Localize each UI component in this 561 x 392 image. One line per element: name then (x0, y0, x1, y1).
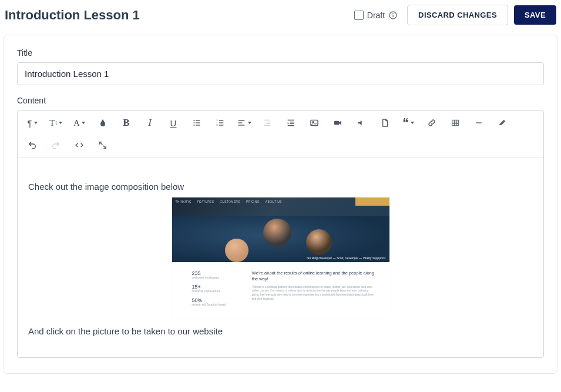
editor-content-area[interactable]: Check out the image composition below TH… (18, 158, 543, 357)
font-a-icon: A (73, 118, 80, 128)
svg-rect-4 (196, 120, 200, 120)
eraser-button[interactable] (491, 113, 513, 133)
align-icon (237, 118, 246, 128)
page-title: Introduction Lesson 1 (5, 8, 354, 23)
svg-text:3: 3 (216, 123, 218, 126)
svg-rect-29 (452, 120, 459, 125)
video-icon (333, 118, 342, 128)
draft-toggle-group: Draft (354, 11, 398, 20)
list-ol-icon: 123 (216, 118, 225, 128)
embedded-cta (355, 197, 389, 206)
redo-icon (51, 140, 61, 150)
undo-button[interactable] (21, 135, 43, 155)
svg-point-2 (393, 14, 394, 14)
image-button[interactable] (303, 113, 325, 133)
embedded-image[interactable]: THINKIFIC FEATURES CUSTOMERS PRICING ABO… (172, 197, 389, 318)
hr-button[interactable] (468, 113, 490, 133)
editor-card: Title Content ¶ Tt A B I U 123 (4, 35, 557, 374)
svg-rect-25 (288, 125, 294, 126)
draft-label: Draft (367, 11, 385, 20)
embedded-image-wrap: THINKIFIC FEATURES CUSTOMERS PRICING ABO… (28, 197, 533, 318)
table-button[interactable] (444, 113, 466, 133)
header-actions: Draft DISCARD CHANGES SAVE (354, 5, 556, 25)
svg-rect-22 (288, 120, 294, 120)
embedded-hero: THINKIFIC FEATURES CUSTOMERS PRICING ABO… (172, 197, 389, 262)
embedded-sub-text: We're about the results of online learni… (252, 270, 375, 306)
embedded-sub: 235dedicated employees 15+countries repr… (172, 262, 389, 318)
svg-rect-12 (219, 122, 223, 123)
discard-button[interactable]: DISCARD CHANGES (407, 5, 508, 25)
list-ul-icon (192, 118, 201, 128)
svg-rect-16 (238, 122, 242, 123)
svg-rect-24 (290, 123, 294, 124)
content-paragraph: Check out the image composition below (28, 182, 533, 192)
file-icon (380, 118, 389, 128)
audio-button[interactable] (350, 113, 372, 133)
minus-icon (474, 118, 483, 128)
svg-rect-6 (196, 122, 200, 123)
link-button[interactable] (421, 113, 443, 133)
svg-rect-23 (290, 122, 294, 122)
svg-line-36 (103, 146, 106, 149)
expand-icon (98, 140, 108, 150)
content-paragraph: And click on the picture to be taken to … (28, 326, 533, 336)
content-label: Content (17, 96, 544, 105)
svg-rect-28 (334, 121, 339, 125)
svg-rect-15 (238, 120, 244, 120)
svg-point-7 (193, 125, 194, 126)
quote-icon: ❝ (402, 119, 409, 126)
svg-rect-8 (196, 125, 200, 125)
code-icon (75, 140, 84, 150)
svg-rect-19 (267, 122, 271, 122)
underline-button[interactable]: U (162, 113, 184, 133)
eraser-icon (498, 118, 507, 128)
italic-button[interactable]: I (139, 113, 161, 133)
embedded-nav: THINKIFIC FEATURES CUSTOMERS PRICING ABO… (176, 200, 282, 203)
svg-rect-10 (219, 120, 223, 120)
code-view-button[interactable] (68, 135, 90, 155)
outdent-icon (263, 118, 272, 128)
svg-point-3 (193, 120, 194, 121)
fullscreen-button[interactable] (92, 135, 114, 155)
text-style-button[interactable]: Tt (45, 113, 67, 133)
drop-icon (98, 118, 108, 128)
redo-button[interactable] (45, 135, 67, 155)
clear-format-button[interactable] (92, 113, 114, 133)
title-label: Title (17, 48, 544, 58)
undo-icon (28, 140, 37, 150)
video-button[interactable] (327, 113, 349, 133)
font-color-button[interactable]: A (68, 113, 90, 133)
bold-button[interactable]: B (115, 113, 137, 133)
link-icon (427, 118, 436, 128)
page-header: Introduction Lesson 1 Draft DISCARD CHAN… (0, 0, 561, 35)
svg-line-35 (100, 142, 103, 145)
file-button[interactable] (374, 113, 396, 133)
embedded-hero-caption: Ian Ridg Developer — Scott, Developer — … (307, 256, 385, 260)
text-icon: T (49, 118, 55, 128)
pilcrow-icon: ¶ (27, 118, 32, 128)
svg-rect-21 (264, 125, 271, 126)
align-button[interactable] (233, 113, 255, 133)
svg-rect-20 (267, 123, 271, 124)
info-icon[interactable] (388, 11, 398, 20)
volume-icon (357, 118, 366, 128)
outdent-button[interactable] (256, 113, 278, 133)
svg-rect-17 (238, 125, 244, 125)
indent-button[interactable] (280, 113, 302, 133)
svg-rect-18 (264, 120, 271, 120)
draft-checkbox[interactable] (354, 11, 364, 20)
title-input[interactable] (17, 62, 544, 85)
table-icon (451, 118, 460, 128)
save-button[interactable]: SAVE (514, 5, 556, 25)
rich-editor: ¶ Tt A B I U 123 (17, 110, 544, 358)
quote-button[interactable]: ❝ (397, 113, 419, 133)
embedded-people (172, 206, 389, 262)
embedded-stats: 235dedicated employees 15+countries repr… (192, 270, 226, 306)
editor-toolbar: ¶ Tt A B I U 123 (18, 110, 543, 158)
ordered-list-button[interactable]: 123 (209, 113, 231, 133)
svg-rect-14 (219, 125, 223, 125)
unordered-list-button[interactable] (186, 113, 208, 133)
image-icon (310, 118, 319, 128)
indent-icon (286, 118, 295, 128)
paragraph-format-button[interactable]: ¶ (21, 113, 43, 133)
